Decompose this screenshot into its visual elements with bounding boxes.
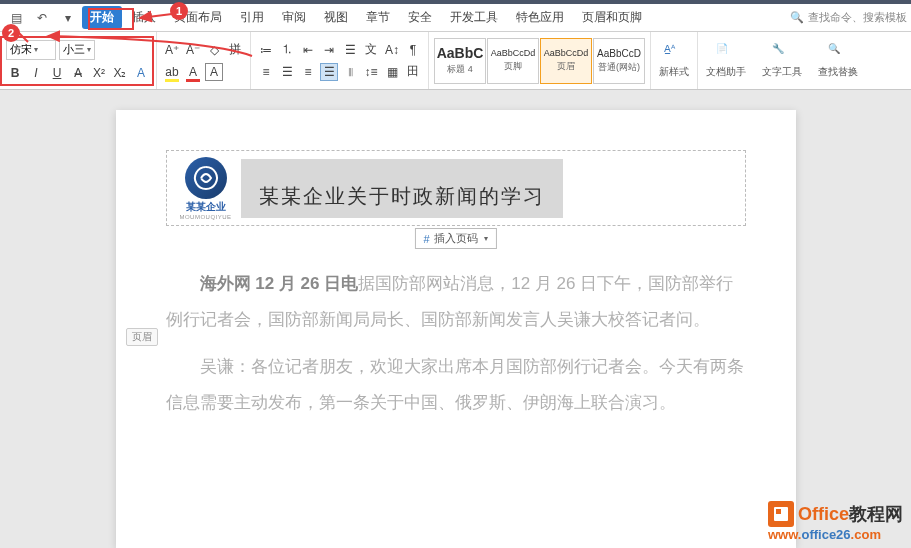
tab-insert[interactable]: 插入 [124, 6, 164, 29]
company-logo: 某某企业 MOUMOUQIYUE [171, 157, 241, 220]
styles-gallery: AaBbC 标题 4 AaBbCcDd 页脚 AaBbCcDd 页眉 AaBbC… [429, 32, 651, 89]
font-color-button[interactable]: A [184, 63, 202, 81]
header-title-text[interactable]: 某某企业关于时政新闻的学习 [241, 159, 563, 218]
paragraph-group: ≔ ⒈ ⇤ ⇥ ☰ 文 A↕ ¶ ≡ ☰ ≡ ☰ ⫴ ↕≡ ▦ 田 [251, 32, 429, 89]
char-border-button[interactable]: A [205, 63, 223, 81]
font-group: 仿宋▾ 小三▾ B I U A̶ X² X₂ A [0, 32, 157, 89]
phonetic-button[interactable]: 拼 [226, 41, 244, 59]
decrease-font-button[interactable]: A⁻ [184, 41, 202, 59]
font-adjust-group: A⁺ A⁻ ◇ 拼 ab A A [157, 32, 251, 89]
style-heading4[interactable]: AaBbC 标题 4 [434, 38, 486, 84]
watermark-logo-icon [768, 501, 794, 527]
style-normal-web[interactable]: AaBbCcD 普通(网站) [593, 38, 645, 84]
sort-button[interactable]: A↕ [383, 41, 401, 59]
search-icon: 🔍 [828, 43, 848, 63]
document-canvas: 某某企业 MOUMOUQIYUE 某某企业关于时政新闻的学习 # 插入页码 ▾ … [0, 90, 911, 548]
tab-review[interactable]: 审阅 [274, 6, 314, 29]
borders-button[interactable]: 田 [404, 63, 422, 81]
style-header[interactable]: AaBbCcDd 页眉 [540, 38, 592, 84]
align-left-button[interactable]: ≡ [257, 63, 275, 81]
tab-section[interactable]: 章节 [358, 6, 398, 29]
tab-view[interactable]: 视图 [316, 6, 356, 29]
font-size-select[interactable]: 小三▾ [59, 40, 95, 60]
font-effects-button[interactable]: A [132, 64, 150, 82]
numbering-button[interactable]: ⒈ [278, 41, 296, 59]
distribute-button[interactable]: ⫴ [341, 63, 359, 81]
ribbon: 仿宋▾ 小三▾ B I U A̶ X² X₂ A A⁺ A⁻ ◇ 拼 ab A … [0, 32, 911, 90]
tab-start[interactable]: 开始 [82, 6, 122, 29]
text-direction-button[interactable]: ☰ [341, 41, 359, 59]
highlight-button[interactable]: ab [163, 63, 181, 81]
text-tool-button[interactable]: 🔧 文字工具 [754, 32, 810, 89]
tab-special[interactable]: 特色应用 [508, 6, 572, 29]
show-marks-button[interactable]: ¶ [404, 41, 422, 59]
italic-button[interactable]: I [27, 64, 45, 82]
annotation-badge-1: 1 [170, 2, 188, 20]
align-right-button[interactable]: ≡ [299, 63, 317, 81]
doc-helper-button[interactable]: 📄 文档助手 [698, 32, 754, 89]
insert-pagenum-button[interactable]: # 插入页码 ▾ [414, 228, 496, 249]
tab-headerfooter[interactable]: 页眉和页脚 [574, 6, 650, 29]
find-replace-button[interactable]: 🔍 查找替换 [810, 32, 866, 89]
style-footer[interactable]: AaBbCcDd 页脚 [487, 38, 539, 84]
body-text: 海外网 12 月 26 日电据国防部网站消息，12 月 26 日下午，国防部举行… [166, 266, 746, 421]
superscript-button[interactable]: X² [90, 64, 108, 82]
logo-circle-icon [185, 157, 227, 199]
line-spacing-button[interactable]: ↕≡ [362, 63, 380, 81]
dochelp-icon: 📄 [716, 43, 736, 63]
change-case-button[interactable]: 文 [362, 41, 380, 59]
newstyle-icon: A̲ᴬ [664, 43, 684, 63]
increase-font-button[interactable]: A⁺ [163, 41, 181, 59]
align-center-button[interactable]: ☰ [278, 63, 296, 81]
underline-button[interactable]: U [48, 64, 66, 82]
pagenum-icon: # [423, 233, 429, 245]
increase-indent-button[interactable]: ⇥ [320, 41, 338, 59]
strikethrough-button[interactable]: A̶ [69, 64, 87, 82]
shading-button[interactable]: ▦ [383, 63, 401, 81]
site-watermark: Office教程网 www.office26.com [768, 501, 903, 542]
dropdown-icon[interactable]: ▾ [56, 7, 80, 29]
font-name-select[interactable]: 仿宋▾ [6, 40, 56, 60]
command-search[interactable]: 🔍 查找命令、搜索模板 [790, 10, 907, 25]
annotation-badge-2: 2 [2, 24, 20, 42]
bold-button[interactable]: B [6, 64, 24, 82]
undo-icon[interactable]: ↶ [30, 7, 54, 29]
page: 某某企业 MOUMOUQIYUE 某某企业关于时政新闻的学习 # 插入页码 ▾ … [116, 110, 796, 548]
subscript-button[interactable]: X₂ [111, 64, 129, 82]
header-tag-label: 页眉 [126, 328, 158, 346]
menu-bar: ▤ ↶ ▾ 开始 插入 页面布局 引用 审阅 视图 章节 安全 开发工具 特色应… [0, 4, 911, 32]
tab-reference[interactable]: 引用 [232, 6, 272, 29]
new-style-button[interactable]: A̲ᴬ 新样式 [651, 32, 697, 89]
align-justify-button[interactable]: ☰ [320, 63, 338, 81]
p1-lead: 海外网 12 月 26 日电 [200, 274, 359, 293]
texttool-icon: 🔧 [772, 43, 792, 63]
bullets-button[interactable]: ≔ [257, 41, 275, 59]
search-icon: 🔍 [790, 11, 804, 24]
tab-security[interactable]: 安全 [400, 6, 440, 29]
tab-devtools[interactable]: 开发工具 [442, 6, 506, 29]
svg-rect-2 [776, 509, 781, 514]
header-zone[interactable]: 某某企业 MOUMOUQIYUE 某某企业关于时政新闻的学习 [166, 150, 746, 226]
clear-format-button[interactable]: ◇ [205, 41, 223, 59]
decrease-indent-button[interactable]: ⇤ [299, 41, 317, 59]
